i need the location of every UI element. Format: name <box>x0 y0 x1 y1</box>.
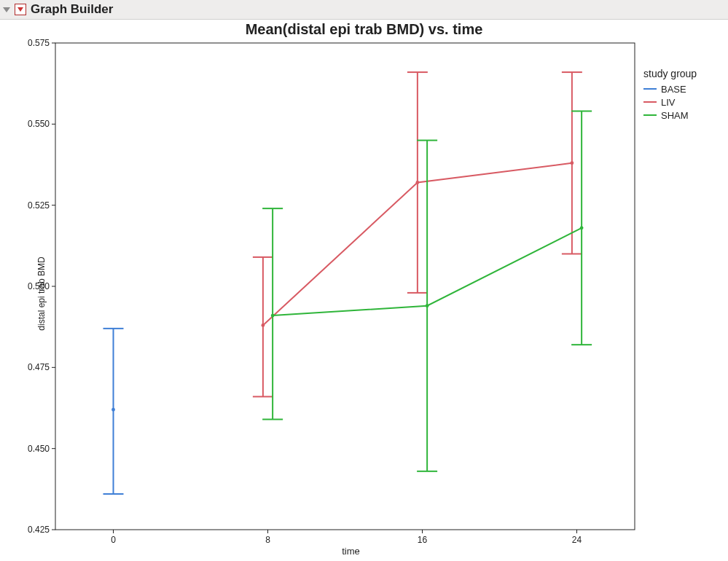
options-hotspot-icon[interactable] <box>15 4 26 15</box>
graph-builder-panel: Graph Builder Mean(distal epi trab BMD) … <box>0 0 728 561</box>
legend: study group BASELIVSHAM <box>638 42 728 546</box>
plot-svg: 0.4250.4500.4750.5000.5250.5500.57508162… <box>54 42 638 546</box>
legend-item-label: LIV <box>661 97 676 108</box>
x-axis-footer: time <box>0 546 728 561</box>
panel-title: Graph Builder <box>31 2 113 17</box>
legend-swatch-icon <box>643 114 657 116</box>
legend-item-label: SHAM <box>661 110 689 121</box>
x-tick-label: 0 <box>111 535 116 545</box>
legend-item-label: BASE <box>661 84 686 95</box>
panel-header: Graph Builder <box>0 0 728 20</box>
x-tick-label: 24 <box>572 535 582 545</box>
legend-title[interactable]: study group <box>643 68 724 79</box>
x-tick-label: 8 <box>265 535 270 545</box>
y-axis-gutter: distal epi trab BMD <box>0 42 54 546</box>
y-tick-label: 0.450 <box>28 444 50 454</box>
svg-rect-0 <box>55 43 635 530</box>
legend-item-liv[interactable]: LIV <box>643 95 724 109</box>
x-axis-label[interactable]: time <box>54 546 648 557</box>
legend-swatch-icon <box>643 88 657 90</box>
y-tick-label: 0.425 <box>28 525 50 535</box>
chart-title[interactable]: Mean(distal epi trab BMD) vs. time <box>0 20 728 42</box>
disclosure-triangle-icon[interactable] <box>3 7 10 12</box>
y-tick-label: 0.575 <box>28 38 50 48</box>
y-tick-label: 0.525 <box>28 200 50 211</box>
plot-area[interactable]: 0.4250.4500.4750.5000.5250.5500.57508162… <box>54 42 638 546</box>
y-tick-label: 0.500 <box>28 281 50 291</box>
y-axis-label[interactable]: distal epi trab BMD <box>36 256 47 330</box>
legend-item-base[interactable]: BASE <box>643 82 724 95</box>
y-tick-label: 0.475 <box>28 362 50 372</box>
chart-body: Mean(distal epi trab BMD) vs. time dista… <box>0 20 728 561</box>
svg-point-15 <box>111 408 115 412</box>
legend-swatch-icon <box>643 101 657 103</box>
legend-item-sham[interactable]: SHAM <box>643 109 724 122</box>
y-tick-label: 0.550 <box>28 119 50 129</box>
plot-row: distal epi trab BMD 0.4250.4500.4750.500… <box>0 42 728 546</box>
x-tick-label: 16 <box>418 535 428 545</box>
